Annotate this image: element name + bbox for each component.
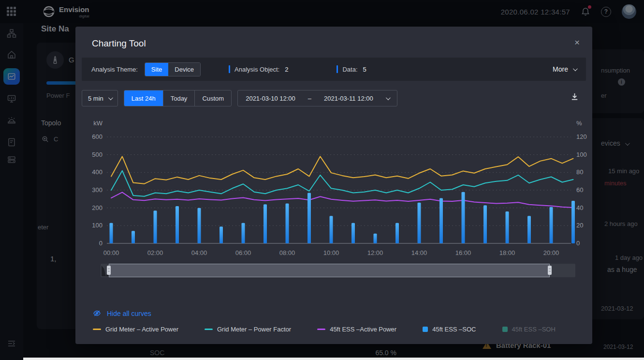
legend-label: Grid Meter – Active Power — [105, 326, 178, 333]
svg-text:100: 100 — [576, 151, 587, 158]
legend-marker — [317, 329, 325, 330]
modal-title: Charting Tool — [92, 38, 146, 49]
hide-all-curves-link[interactable]: Hide all curves — [93, 309, 151, 317]
svg-text:300: 300 — [92, 186, 102, 194]
analysis-object-kpi: Analysis Object: 2 — [229, 65, 288, 73]
svg-text:40: 40 — [576, 204, 583, 211]
last-24h-button[interactable]: Last 24h — [124, 90, 163, 106]
svg-text:10:00: 10:00 — [323, 249, 339, 256]
svg-text:06:00: 06:00 — [235, 249, 251, 256]
legend-marker — [205, 329, 213, 330]
analysis-theme-label: Analysis Theme: — [91, 66, 138, 73]
legend-label: 45ft ESS –SOC — [432, 326, 476, 333]
screen: Envision digital 2020.06.02 12:34:57 ? — [0, 0, 644, 360]
bottom-strip — [23, 358, 644, 360]
svg-text:0: 0 — [576, 240, 580, 247]
range-start: 2021-03-10 12:00 — [246, 95, 295, 102]
download-icon[interactable] — [571, 92, 579, 103]
svg-text:00:00: 00:00 — [103, 249, 119, 256]
slider-handle-left[interactable] — [107, 266, 111, 275]
legend-label: 45ft ESS –Active Power — [330, 326, 396, 333]
legend-item-45ft-ess-soh[interactable]: 45ft ESS –SOH — [502, 326, 556, 333]
accent-bar — [229, 65, 230, 73]
analysis-filter-bar: Analysis Theme: Site Device Analysis Obj… — [82, 58, 586, 81]
accent-bar — [337, 65, 338, 73]
legend-label: Grid Meter – Power Factor — [217, 326, 291, 333]
combo-chart: 6005004003002001000120100806040200kW%00:… — [80, 118, 588, 259]
legend-marker — [502, 327, 508, 332]
date-range-picker[interactable]: 2021-03-10 12:00 – 2021-03-11 12:00 — [237, 90, 397, 106]
svg-text:120: 120 — [576, 133, 587, 140]
svg-text:200: 200 — [92, 204, 102, 211]
slider-selection[interactable] — [109, 264, 550, 277]
svg-text:600: 600 — [92, 133, 102, 140]
svg-text:500: 500 — [92, 151, 102, 158]
svg-text:20:00: 20:00 — [543, 249, 559, 256]
range-separator: – — [308, 95, 311, 102]
chart-zoom-slider[interactable] — [101, 264, 575, 277]
time-controls: 5 min Last 24h Today Custom 2021-03-10 1… — [82, 90, 397, 106]
legend-marker — [93, 329, 101, 330]
svg-text:08:00: 08:00 — [279, 249, 295, 256]
custom-button[interactable]: Custom — [194, 90, 231, 106]
svg-text:60: 60 — [576, 186, 583, 194]
data-kpi: Data: 5 — [337, 65, 366, 73]
legend-item-grid-meter-power-factor[interactable]: Grid Meter – Power Factor — [205, 326, 291, 333]
theme-segmented-control: Site Device — [145, 62, 201, 76]
svg-text:14:00: 14:00 — [411, 249, 427, 256]
close-icon[interactable]: × — [574, 37, 580, 48]
svg-text:04:00: 04:00 — [191, 249, 207, 256]
slider-handle-right[interactable] — [548, 266, 552, 275]
time-range-button-group: Last 24h Today Custom — [124, 90, 232, 106]
svg-text:kW: kW — [93, 120, 103, 127]
svg-text:100: 100 — [92, 222, 102, 229]
svg-text:%: % — [576, 120, 582, 127]
legend-item-45ft-ess-active-power[interactable]: 45ft ESS –Active Power — [317, 326, 396, 333]
interval-select[interactable]: 5 min — [82, 90, 118, 106]
chevron-down-icon — [386, 95, 391, 100]
eye-off-icon — [93, 309, 101, 317]
legend-item-grid-meter-active-power[interactable]: Grid Meter – Active Power — [93, 326, 178, 333]
range-end: 2021-03-11 12:00 — [324, 95, 373, 102]
svg-text:400: 400 — [92, 168, 102, 176]
chart-area: 6005004003002001000120100806040200kW%00:… — [80, 118, 588, 261]
chart-legend: Grid Meter – Active PowerGrid Meter – Po… — [93, 326, 556, 333]
svg-text:0: 0 — [99, 240, 102, 247]
today-button[interactable]: Today — [163, 90, 195, 106]
legend-label: 45ft ESS –SOH — [512, 326, 556, 333]
svg-text:16:00: 16:00 — [455, 249, 471, 256]
svg-text:18:00: 18:00 — [499, 249, 515, 256]
charting-tool-modal: Charting Tool × Analysis Theme: Site Dev… — [75, 27, 592, 344]
legend-item-45ft-ess-soc[interactable]: 45ft ESS –SOC — [423, 326, 476, 333]
chevron-down-icon — [108, 95, 113, 100]
svg-text:12:00: 12:00 — [367, 249, 383, 256]
chevron-down-icon — [573, 66, 578, 71]
svg-text:80: 80 — [576, 168, 583, 176]
more-dropdown[interactable]: More — [553, 65, 576, 73]
legend-marker — [423, 327, 428, 332]
theme-device-button[interactable]: Device — [168, 63, 200, 76]
theme-site-button[interactable]: Site — [145, 63, 168, 76]
svg-text:20: 20 — [576, 222, 583, 229]
svg-text:02:00: 02:00 — [147, 249, 163, 256]
